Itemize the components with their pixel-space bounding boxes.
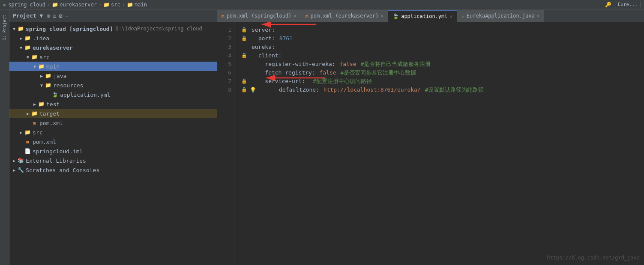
yml-icon: 🍃 — [51, 91, 58, 98]
minimize-icon[interactable]: − — [65, 12, 69, 19]
folder-icon-root: 📁 — [17, 25, 24, 32]
breadcrumb-item-springcloud[interactable]: spring cloud — [8, 2, 45, 8]
tree-label-java: java — [53, 73, 66, 79]
tree-item-scratches[interactable]: ▶ 🔧 Scratches and Consoles — [9, 165, 217, 175]
arrow-test: ▶ — [32, 101, 38, 107]
tab-label-pom-springcloud: pom.xml (springcloud) — [227, 13, 292, 19]
code-line-7: 🔒 service-url: #配置注册中心访问路径 — [241, 77, 637, 86]
breadcrumb-icon-app: ▶ — [3, 2, 6, 8]
tab-pom-eurekaserver[interactable]: m pom.xml (eurekaserver) ✕ — [301, 10, 388, 22]
settings-icon[interactable]: ⚙ — [59, 12, 62, 19]
folder-icon-3: 📁 — [127, 2, 133, 8]
tree-label-scratches: Scratches and Consoles — [26, 167, 99, 173]
code-line-5: register-with-eureka: false #是否将自己当成微服务注… — [241, 60, 637, 68]
sidebar-strip-label: 1: Project — [2, 15, 7, 40]
tree-label-eurekaserver: eurekaserver — [33, 45, 73, 51]
tree-item-eurekaserver[interactable]: ▼ 📁 eurekaserver — [9, 43, 217, 52]
tree-item-test[interactable]: ▶ 📁 test — [9, 99, 217, 109]
eureka-badge: Eure... — [615, 1, 641, 8]
arrow-java: ▶ — [39, 73, 45, 79]
tab-label-pom-eurekaserver: pom.xml (eurekaserver) — [311, 13, 379, 19]
code-token-register-comment: #是否将自己当成微服务注册 — [357, 60, 431, 68]
xml-icon-pom-eureka: m — [31, 119, 38, 126]
tree-item-target[interactable]: ▶ 📁 target — [9, 109, 217, 118]
folder-icon-2: 📁 — [103, 2, 110, 8]
tab-xml-icon-1: m — [222, 13, 225, 19]
tab-label-eureka-java: EurekaApplication.java — [467, 13, 535, 19]
tree-item-main[interactable]: ▼ 📁 main — [9, 62, 217, 71]
code-line-3: eureka: — [241, 43, 637, 51]
key-icon: 🔑 — [605, 2, 611, 8]
gutter-lock-8: 🔒 — [241, 86, 247, 94]
sidebar-strip: 1: Project — [0, 9, 9, 265]
line-num-3: 3 — [220, 43, 231, 51]
line-numbers: 1 2 3 4 5 6 7 8 — [217, 22, 234, 265]
line-num-7: 7 — [220, 77, 231, 86]
line-num-1: 1 — [220, 26, 231, 34]
locate-icon[interactable]: ⊕ — [46, 12, 50, 19]
ext-lib-icon: 📚 — [17, 157, 24, 164]
tab-close-2[interactable]: ✕ — [381, 13, 384, 19]
tree-item-src1[interactable]: ▼ 📁 src — [9, 52, 217, 62]
arrow-ext: ▶ — [11, 158, 17, 164]
tree-label-iml: springcloud.iml — [33, 148, 83, 155]
tree-item-ext-libs[interactable]: ▶ 📚 External Libraries — [9, 156, 217, 165]
folder-icon-idea: 📁 — [24, 35, 31, 42]
folder-icon-test: 📁 — [38, 101, 45, 107]
tree-item-application-yml[interactable]: ▶ 🍃 application.yml — [9, 90, 217, 99]
line-num-5: 5 — [220, 60, 231, 68]
folder-icon-1: 📁 — [52, 2, 58, 8]
code-token-port-val: 8761 — [279, 34, 293, 43]
tree-item-iml[interactable]: ▶ 📄 springcloud.iml — [9, 146, 217, 156]
tab-close-4[interactable]: ✕ — [537, 13, 540, 19]
tree-item-src2[interactable]: ▶ 📁 src — [9, 128, 217, 137]
tree-item-java[interactable]: ▶ 📁 java — [9, 71, 217, 80]
tab-close-1[interactable]: ✕ — [294, 13, 297, 19]
code-token-fetch-comment: #是否要同步其它注册中心数据 — [337, 68, 416, 77]
editor-area: m pom.xml (springcloud) ✕ m pom.xml (eur… — [217, 9, 644, 265]
code-content[interactable]: 🔒 server: 🔒 port: 8761 eureka: 🔒 — [234, 22, 644, 265]
tab-yml-icon: 🍃 — [392, 13, 399, 19]
tree-label-idea: .idea — [33, 35, 49, 42]
breadcrumb-item-eurekaserver[interactable]: eurekaserver — [60, 2, 97, 8]
breadcrumb-item-main[interactable]: main — [135, 2, 147, 8]
arrow-target: ▶ — [25, 110, 31, 116]
breadcrumb-sep-3: › — [122, 2, 125, 8]
code-line-8: 🔒 💡 defaultZone: http://localhost:8761/e… — [241, 86, 637, 94]
tab-eureka-java[interactable]: ☕ EurekaApplication.java ✕ — [457, 10, 544, 22]
code-token-port-key: port: — [252, 34, 279, 43]
code-token-register-val: false — [340, 60, 356, 68]
tree-item-pom-root[interactable]: ▶ m pom.xml — [9, 137, 217, 146]
tree-label-test: test — [46, 101, 60, 107]
tree-label-main: main — [46, 63, 60, 70]
line-num-2: 2 — [220, 34, 231, 43]
breadcrumb-bar: ▶ spring cloud › 📁 eurekaserver › 📁 src … — [0, 0, 644, 9]
top-right-area: 🔑 Eure... — [605, 1, 641, 8]
panel-title: Project ▼ — [13, 12, 43, 19]
gutter-bulb-8: 💡 — [250, 86, 256, 94]
tab-close-3[interactable]: ✕ — [450, 14, 453, 19]
arrow-main: ▼ — [32, 63, 38, 69]
collapse-icon[interactable]: ≡ — [53, 12, 56, 19]
tree-label-pom-eureka: pom.xml — [39, 120, 63, 126]
arrow-root: ▼ — [11, 26, 17, 32]
tree-item-idea[interactable]: ▶ 📁 .idea — [9, 33, 217, 43]
gutter-lock-1: 🔒 — [241, 26, 247, 34]
tab-application-yml[interactable]: 🍃 application.yml ✕ — [388, 10, 457, 22]
tab-label-application-yml: application.yml — [401, 13, 447, 19]
tab-pom-springcloud[interactable]: m pom.xml (springcloud) ✕ — [217, 10, 301, 22]
folder-icon-main: 📁 — [38, 63, 45, 70]
tree-item-resources[interactable]: ▼ 📁 resources — [9, 80, 217, 90]
tree-label-yml: application.yml — [60, 92, 110, 98]
tree-item-root[interactable]: ▼ 📁 spring cloud [springcloud] D:\IdeaPr… — [9, 24, 217, 33]
tree-item-pom-eureka[interactable]: ▶ m pom.xml — [9, 118, 217, 128]
breadcrumb-item-src[interactable]: src — [111, 2, 120, 8]
arrow-src2: ▶ — [18, 129, 24, 135]
tree-hint-root: D:\IdeaProjects\spring cloud — [116, 26, 202, 32]
xml-icon-pom-root: m — [24, 138, 31, 145]
code-token-zone-key: defaultZone: — [259, 86, 323, 94]
folder-icon-resources: 📁 — [45, 82, 51, 89]
gutter-lock-2: 🔒 — [241, 34, 247, 43]
arrow-eurekaserver: ▼ — [18, 45, 24, 51]
arrow-src1: ▼ — [25, 54, 31, 60]
